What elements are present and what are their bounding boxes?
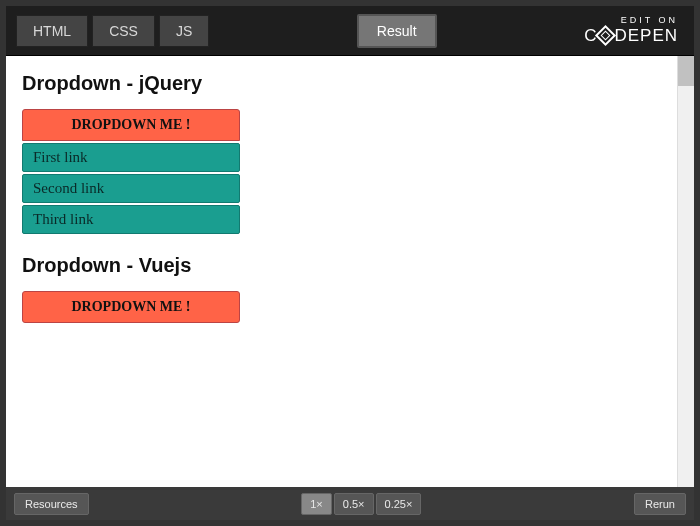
bottom-toolbar: Resources 1× 0.5× 0.25× Rerun bbox=[6, 487, 694, 520]
dropdown-trigger-jquery[interactable]: DROPDOWN ME ! bbox=[22, 109, 240, 141]
edit-on-label: EDIT ON bbox=[584, 15, 678, 25]
result-pane: Dropdown - jQuery DROPDOWN ME ! First li… bbox=[6, 56, 694, 487]
tab-html[interactable]: HTML bbox=[16, 15, 88, 47]
heading-jquery: Dropdown - jQuery bbox=[22, 72, 678, 95]
zoom-1x[interactable]: 1× bbox=[301, 493, 332, 515]
rerun-button[interactable]: Rerun bbox=[634, 493, 686, 515]
zoom-controls: 1× 0.5× 0.25× bbox=[301, 493, 421, 515]
tab-js[interactable]: JS bbox=[159, 15, 209, 47]
tab-css[interactable]: CSS bbox=[92, 15, 155, 47]
dropdown-vuejs: DROPDOWN ME ! bbox=[22, 291, 240, 323]
zoom-0-25x[interactable]: 0.25× bbox=[376, 493, 422, 515]
dropdown-item[interactable]: Third link bbox=[22, 205, 240, 234]
vertical-scrollbar[interactable] bbox=[677, 56, 694, 487]
top-toolbar: HTML CSS JS Result EDIT ON CDEPEN bbox=[6, 6, 694, 56]
tab-result[interactable]: Result bbox=[357, 14, 437, 48]
dropdown-jquery: DROPDOWN ME ! First link Second link Thi… bbox=[22, 109, 240, 234]
dropdown-item[interactable]: Second link bbox=[22, 174, 240, 203]
codepen-link[interactable]: EDIT ON CDEPEN bbox=[584, 15, 684, 46]
page-content: Dropdown - jQuery DROPDOWN ME ! First li… bbox=[6, 56, 694, 359]
scrollbar-thumb[interactable] bbox=[678, 56, 694, 86]
dropdown-item[interactable]: First link bbox=[22, 143, 240, 172]
codepen-logo: CDEPEN bbox=[584, 26, 678, 46]
embed-frame: HTML CSS JS Result EDIT ON CDEPEN Dropdo… bbox=[0, 0, 700, 526]
zoom-0-5x[interactable]: 0.5× bbox=[334, 493, 374, 515]
dropdown-trigger-vuejs[interactable]: DROPDOWN ME ! bbox=[22, 291, 240, 323]
heading-vuejs: Dropdown - Vuejs bbox=[22, 254, 678, 277]
resources-button[interactable]: Resources bbox=[14, 493, 89, 515]
codepen-cube-icon bbox=[595, 25, 616, 46]
